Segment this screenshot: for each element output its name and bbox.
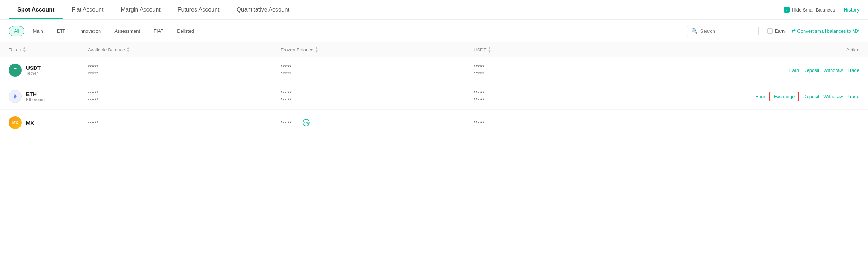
col-frozen-label: Frozen Balance [281, 47, 313, 53]
eco-watermark: eco [302, 119, 310, 127]
usdt-actions: Earn Deposit Withdraw Trade [666, 68, 859, 73]
col-usdt[interactable]: USDT ▲▼ [474, 46, 666, 53]
filter-etf[interactable]: ETF [51, 26, 71, 36]
hide-small-balances-toggle[interactable]: ✓ Hide Small Balances [784, 7, 835, 13]
search-input[interactable] [700, 28, 754, 34]
table-row: T USDT Tether ***** ***** ***** ***** **… [0, 57, 868, 83]
filter-innovation[interactable]: Innovation [74, 26, 106, 36]
frozen-sort-icon[interactable]: ▲▼ [315, 46, 318, 53]
col-action-label: Action [846, 47, 859, 53]
eth-trade-button[interactable]: Trade [847, 94, 859, 99]
earn-filter: Earn [767, 28, 785, 34]
usdt-sort-icon[interactable]: ▲▼ [488, 46, 491, 53]
eth-available-1: ***** [88, 90, 281, 96]
filter-fiat[interactable]: FIAT [148, 26, 169, 36]
token-sort-icon[interactable]: ▲▼ [23, 46, 26, 53]
usdt-frozen-2: ***** [281, 71, 474, 76]
mx-icon: MX [9, 116, 22, 129]
usdt-frozen-balance: ***** ***** [281, 64, 474, 76]
available-sort-icon[interactable]: ▲▼ [126, 46, 130, 53]
eth-usdt-2: ***** [474, 97, 666, 103]
eth-usdt-value: ***** ***** [474, 90, 666, 103]
usdt-trade-button[interactable]: Trade [847, 68, 859, 73]
usdt-earn-button[interactable]: Earn [789, 68, 799, 73]
usdt-usdt-1: ***** [474, 64, 666, 69]
usdt-frozen-1: ***** [281, 64, 474, 69]
convert-label: Convert small balances to MX [797, 28, 859, 34]
eth-frozen-1: ***** [281, 90, 474, 96]
eth-usdt-1: ***** [474, 90, 666, 96]
search-box: 🔍 [687, 26, 759, 36]
filter-bar: All Main ETF Innovation Assessment FIAT … [0, 20, 868, 42]
col-available-label: Available Balance [88, 47, 125, 53]
eth-exchange-button[interactable]: Exchange [769, 92, 799, 101]
convert-icon: ⇄ [792, 28, 796, 34]
mx-usdt-value: ***** [474, 120, 666, 126]
filter-main[interactable]: Main [27, 26, 48, 36]
tab-margin-account[interactable]: Margin Account [112, 0, 169, 19]
col-available-balance[interactable]: Available Balance ▲▼ [88, 46, 281, 53]
eth-earn-button[interactable]: Earn [755, 94, 765, 99]
token-cell-usdt: T USDT Tether [9, 64, 88, 77]
earn-filter-label: Earn [775, 28, 785, 34]
mx-available-balance: ***** [88, 120, 281, 126]
usdt-withdraw-button[interactable]: Withdraw [823, 68, 843, 73]
usdt-available-balance: ***** ***** [88, 64, 281, 76]
col-action: Action [666, 46, 859, 53]
hide-small-label: Hide Small Balances [792, 7, 835, 13]
eth-symbol: ETH [26, 91, 45, 97]
history-link[interactable]: History [844, 7, 859, 13]
eth-frozen-balance: ***** ***** [281, 90, 474, 103]
nav-right: ✓ Hide Small Balances History [784, 7, 859, 13]
col-frozen-balance[interactable]: Frozen Balance ▲▼ [281, 46, 474, 53]
mx-frozen-cell: ***** eco [281, 120, 474, 126]
mx-available-1: ***** [88, 120, 281, 126]
table-header: Token ▲▼ Available Balance ▲▼ Frozen Bal… [0, 42, 868, 57]
eth-logo-svg [12, 93, 19, 100]
token-cell-eth: ETH Ethereum [9, 90, 88, 103]
usdt-usdt-value: ***** ***** [474, 64, 666, 76]
tab-futures-account[interactable]: Futures Account [169, 0, 228, 19]
mx-usdt-1: ***** [474, 120, 666, 126]
filter-assessment[interactable]: Assessment [109, 26, 145, 36]
tab-spot-account[interactable]: Spot Account [9, 0, 63, 19]
col-token[interactable]: Token ▲▼ [9, 46, 88, 53]
tab-quantitative-account[interactable]: Quantitative Account [228, 0, 298, 19]
filter-delisted[interactable]: Delisted [172, 26, 199, 36]
token-cell-mx: MX MX [9, 116, 88, 129]
eth-actions: Earn Exchange Deposit Withdraw Trade [666, 92, 859, 101]
eth-name: Ethereum [26, 97, 45, 102]
eth-deposit-button[interactable]: Deposit [803, 94, 819, 99]
filter-all[interactable]: All [9, 26, 24, 36]
search-icon: 🔍 [691, 28, 697, 34]
top-nav: Spot Account Fiat Account Margin Account… [0, 0, 868, 20]
mx-info: MX [26, 120, 34, 126]
usdt-info: USDT Tether [26, 65, 41, 76]
mx-symbol: MX [26, 120, 34, 126]
eco-icon: eco [302, 119, 310, 127]
usdt-usdt-2: ***** [474, 71, 666, 76]
usdt-name: Tether [26, 71, 41, 76]
usdt-available-1: ***** [88, 64, 281, 69]
svg-text:eco: eco [304, 121, 309, 125]
col-token-label: Token [9, 47, 21, 53]
eth-withdraw-button[interactable]: Withdraw [823, 94, 843, 99]
usdt-icon: T [9, 64, 22, 77]
eth-available-2: ***** [88, 97, 281, 103]
eth-icon [9, 90, 22, 103]
earn-checkbox[interactable] [767, 28, 773, 34]
table-row: MX MX ***** ***** eco ***** [0, 110, 868, 136]
hide-small-checkbox[interactable]: ✓ [784, 7, 790, 13]
eth-available-balance: ***** ***** [88, 90, 281, 103]
eth-frozen-2: ***** [281, 97, 474, 103]
usdt-deposit-button[interactable]: Deposit [803, 68, 819, 73]
convert-small-balances-link[interactable]: ⇄ Convert small balances to MX [792, 28, 859, 34]
col-usdt-label: USDT [474, 47, 486, 53]
usdt-available-2: ***** [88, 71, 281, 76]
eth-info: ETH Ethereum [26, 91, 45, 102]
usdt-symbol: USDT [26, 65, 41, 71]
tab-fiat-account[interactable]: Fiat Account [63, 0, 112, 19]
table-row: ETH Ethereum ***** ***** ***** ***** ***… [0, 83, 868, 110]
mx-frozen-1: ***** [281, 120, 291, 126]
